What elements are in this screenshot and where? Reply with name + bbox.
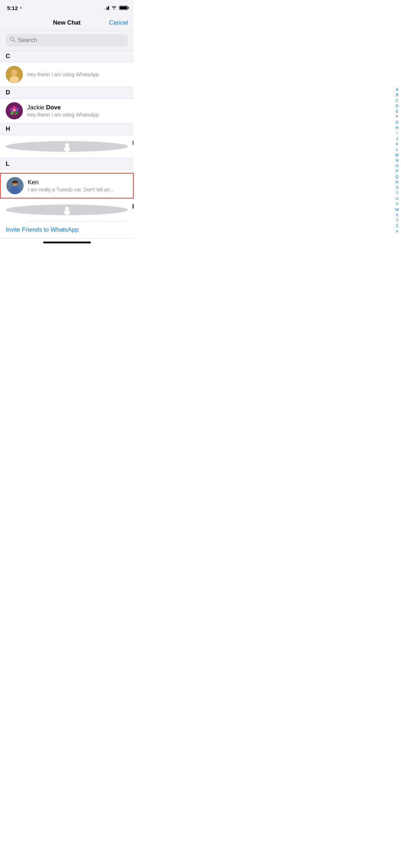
time-display: 5:12 (7, 5, 18, 11)
signal-bar-1 (103, 9, 104, 10)
search-input-wrapper[interactable] (6, 34, 128, 47)
contact-row-jackie-dove[interactable]: Jackie Dove Hey there! I am using WhatsA… (0, 99, 134, 123)
contact-status-ken: I am really a Tuxedo cat. Don't tell an.… (28, 187, 127, 192)
contact-row-ken[interactable]: Ken I am really a Tuxedo cat. Don't tell… (0, 173, 134, 198)
battery-fill (120, 6, 127, 9)
avatar-c-partial (6, 66, 23, 83)
contact-name-bold-luciano: Luciano (132, 203, 134, 210)
signal-bar-2 (105, 8, 106, 10)
section-header-c: C (0, 50, 134, 62)
section-header-d: D (0, 87, 134, 99)
invite-row[interactable]: Invite Friends to WhatsApp (0, 221, 134, 238)
status-icons (103, 5, 128, 11)
contact-status-c-partial: Hey there! I am using WhatsApp. (27, 72, 128, 77)
contact-info-c-partial: Hey there! I am using WhatsApp. (27, 72, 128, 77)
contact-name-ken: Ken (28, 179, 127, 186)
contact-info-jackie-dove: Jackie Dove Hey there! I am using WhatsA… (27, 104, 128, 118)
status-bar: 5:12 ‣ (0, 0, 134, 16)
search-container (0, 31, 134, 50)
home-indicator (0, 239, 134, 246)
contacts-list: C Hey there! I am using WhatsApp. D (0, 50, 134, 239)
svg-point-4 (10, 76, 19, 83)
location-icon: ‣ (20, 6, 22, 10)
contact-info-ken: Ken I am really a Tuxedo cat. Don't tell… (28, 179, 127, 192)
navigation-bar: New Chat Cancel (0, 16, 134, 31)
cancel-button[interactable]: Cancel (109, 19, 128, 26)
invite-text[interactable]: Invite Friends to WhatsApp (6, 226, 78, 233)
battery-icon (119, 6, 128, 10)
wifi-icon (111, 5, 117, 11)
spacer-before-ken (0, 170, 134, 173)
svg-point-14 (13, 109, 15, 111)
svg-point-17 (64, 147, 70, 152)
contact-row-c-partial[interactable]: Hey there! I am using WhatsApp. (0, 62, 134, 87)
svg-point-20 (10, 186, 20, 194)
home-bar (43, 242, 91, 243)
search-input[interactable] (18, 37, 124, 44)
contact-name-bold: Dove (46, 104, 61, 111)
section-header-h: H (0, 123, 134, 135)
section-header-l: L (0, 158, 134, 170)
signal-bars (103, 6, 109, 10)
contact-name-first: Jackie (27, 104, 46, 111)
avatar-jackie-dove (6, 102, 23, 119)
avatar-hunter (6, 141, 128, 152)
avatar-luciano (6, 205, 128, 215)
svg-point-25 (65, 207, 69, 211)
svg-line-1 (14, 41, 15, 42)
search-icon (10, 37, 16, 44)
svg-point-16 (65, 143, 69, 147)
avatar-ken (6, 177, 24, 194)
svg-point-26 (64, 210, 70, 215)
contact-status-jackie-dove: Hey there! I am using WhatsApp. (27, 112, 128, 118)
bottom-divider (0, 238, 134, 239)
svg-point-5 (12, 70, 17, 75)
contact-row-luciano[interactable]: Luciano Hey there! I am using WhatsApp. (0, 198, 134, 221)
contact-name-jackie-dove: Jackie Dove (27, 104, 128, 111)
status-time: 5:12 ‣ (7, 5, 22, 11)
contact-row-hunter[interactable]: Hunter Hey there! I am using WhatsApp. (0, 135, 134, 158)
signal-bar-4 (108, 6, 109, 10)
signal-bar-3 (107, 7, 108, 10)
nav-title: New Chat (46, 19, 87, 26)
